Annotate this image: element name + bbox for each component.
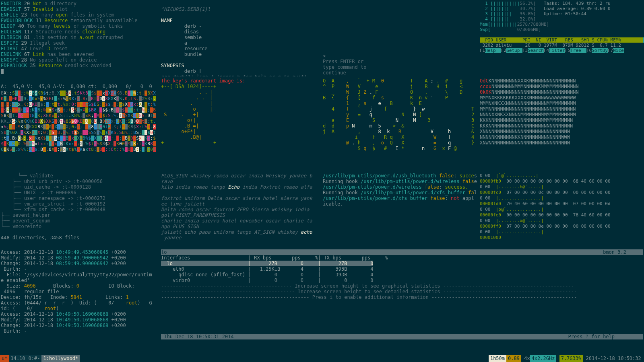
- man-body: derb - disas- semble a resource bundle: [161, 23, 208, 57]
- man-synopsis-heading: SYNOPSIS: [161, 63, 184, 68]
- matrix-pane: O A , ` + M 0 T A ; . # g ! ^ P W V e j …: [322, 77, 477, 171]
- bc-lt: <: [323, 53, 326, 59]
- bc-line1: Press ENTER or: [323, 59, 363, 64]
- htop-row[interactable]: 3202 silviu 20 0 1977M 879M 92812 S 6.7 …: [480, 43, 621, 48]
- htop-function-keys[interactable]: F1Help F2Setup F3SearchF4FilterF5Tree F6…: [480, 48, 624, 53]
- man-pane[interactable]: ^HICUR52.DERB(1)l NAME derb - disas- sem…: [160, 0, 320, 76]
- status-pane: 0:#-: [27, 355, 42, 362]
- bmon-footer: Thu Dec 18 10:50:31 2014 Press ? for hel…: [161, 334, 643, 339]
- tree-pane: └── validate ├── uhci_urb_priv -> :t-000…: [0, 172, 159, 247]
- bc-pane[interactable]: < Press ENTER or type command to continu…: [322, 0, 477, 76]
- bc-line2: type command to: [323, 64, 366, 70]
- status-cpu: 4x2.2GHz: [530, 355, 557, 362]
- man-name-heading: NAME: [161, 18, 173, 23]
- status-right: 1h50m0.89 4x4x2.2GHz 7.7G33% 2014-12-18 …: [489, 355, 644, 362]
- bmon-row[interactable]: qdisc none (pfifo_fast) | 0 0 | 393B 4: [161, 272, 373, 278]
- binvis-pane: OdCKNNNNNNNNNXXXKNNNNNNNNNNNNNNNN ccoxNN…: [479, 77, 644, 171]
- bmon-row-selected[interactable]: lo | 27B 0 | 27B 0: [161, 261, 373, 266]
- status-user: u*: [0, 355, 9, 362]
- man-title: ^HICUR52.DERB(1)l: [161, 6, 211, 12]
- hexdump-pane: 0 00 |`@`...........| 00000fb0 00 00 00 …: [479, 172, 644, 247]
- av-pane: A: 45,0 V: 45,0 A-V: 0,000 ct: 0,000 0/ …: [0, 77, 159, 171]
- bmon-pane[interactable]: lo bmon 3.2Interfaces | RX bps: [160, 249, 644, 356]
- phonetic-pane: PLUS_SIGN whiskey romeo oscar india Whis…: [160, 172, 320, 247]
- status-version: 14.10: [9, 355, 27, 362]
- bmon-title: lo bmon 3.2: [161, 249, 643, 255]
- av-visualizer: BX::S0S;;%:BSKB$t;B.XK;$X.tSKt8BS$StxtX8…: [1, 90, 159, 152]
- pm-log-pane: /usr/lib/pm-utils/power.d/usb_bluetooth …: [322, 172, 477, 247]
- status-date: 2014-12-18 10:50:32: [586, 356, 641, 361]
- status-left: u* 14.10 0:#- 1:hollywood*: [0, 355, 80, 362]
- htop-pane[interactable]: 1 [||||||||||56.3%] Tasks: 184, 439 thr;…: [479, 0, 644, 76]
- ssh-randomart-pane: The key's randomart image is: +--[ DSA 1…: [160, 77, 320, 171]
- bmon-row[interactable]: virbr0 | 0 0 | 0 0: [161, 278, 373, 283]
- av-header: A: 45,0 V: 45,0 A-V: 0,000 ct: 0,000 0/ …: [1, 84, 152, 89]
- tmux-status-bar[interactable]: u* 14.10 0:#- 1:hollywood* 1h50m0.89 4x4…: [0, 355, 644, 362]
- errno-pane: ENOTDIR 20 Not a directory EBADSLT 57 In…: [0, 0, 159, 76]
- stat-pane: Access: 2014-12-18 10:49:49.453060845 +0…: [0, 249, 159, 356]
- status-window[interactable]: 1:hollywood*: [41, 355, 80, 362]
- status-mem: 7.7G33%: [559, 355, 583, 362]
- bmon-header: Interfaces | RX bps pps %| TX bps pps %: [161, 255, 388, 261]
- htop-header: PID USER PRI NI VIRT RES SHR S CPU% MEM%: [480, 37, 643, 43]
- man-synopsis-body: derb [: [161, 68, 202, 74]
- status-uptime: 1h50m: [489, 355, 506, 362]
- man-footer: age derb(1) line 1 (press h for help or …: [161, 74, 306, 76]
- status-load: 0.89: [506, 355, 521, 362]
- bc-line3: continue: [323, 70, 346, 76]
- bmon-row[interactable]: eth0 | 1.25KiB 4 | 393B 4: [161, 266, 373, 272]
- status-cpu-prefix: 4x: [524, 356, 530, 361]
